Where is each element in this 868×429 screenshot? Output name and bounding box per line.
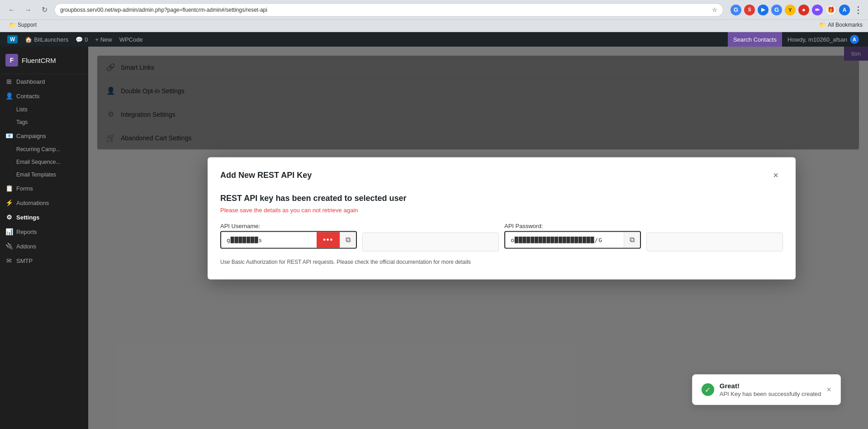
modal-close-button[interactable]: × <box>768 168 783 182</box>
sidebar-item-smtp[interactable]: ✉ SMTP <box>0 253 88 268</box>
settings-icon: ⚙ <box>5 214 13 221</box>
ext-blue[interactable]: ▶ <box>758 5 768 15</box>
sidebar-item-recurring-camp[interactable]: Recurring Camp... <box>0 143 88 156</box>
new-label: + New <box>95 36 112 43</box>
addons-icon: 🔌 <box>5 243 13 250</box>
ext-yellow[interactable]: Y <box>785 5 796 15</box>
contacts-label: Contacts <box>16 93 39 100</box>
ext-g2[interactable]: G <box>771 5 782 15</box>
modal-success-title: REST API key has been created to selecte… <box>220 193 783 203</box>
comment-icon: 💬 <box>76 36 83 43</box>
sidebar-item-campaigns[interactable]: 📧 Campaigns <box>0 129 88 143</box>
wp-bar-right: Search Contacts Howdy, m10260_afsan A <box>728 32 864 47</box>
modal-warning-text: Please save the details as you can not r… <box>220 206 783 213</box>
api-password-copy-button[interactable]: ⧉ <box>624 232 640 248</box>
back-button[interactable]: ← <box>5 4 18 16</box>
wp-logo-button[interactable]: W <box>4 32 21 47</box>
comments-count: 0 <box>85 36 88 43</box>
api-password-label: API Password: <box>504 222 641 229</box>
settings-label: Settings <box>16 214 39 221</box>
browser-menu[interactable]: ⋮ <box>854 5 863 15</box>
extensions-area: G S ▶ G Y ● ✏ 🎁 A ⋮ <box>730 5 863 15</box>
api-username-group: API Username: ••• ⧉ <box>220 222 357 248</box>
sidebar-item-lists[interactable]: Lists <box>0 103 88 116</box>
site-name-label: BitLaunchers <box>34 36 68 43</box>
bookmark-label: Support <box>18 22 37 28</box>
ext-purple[interactable]: ✏ <box>812 5 823 15</box>
all-bookmarks-folder-icon: 📁 <box>819 22 826 28</box>
forward-button[interactable]: → <box>22 4 34 16</box>
sidebar: F FluentCRM ⊞ Dashboard 👤 Contacts Lists… <box>0 47 88 429</box>
ext-s[interactable]: S <box>744 5 755 15</box>
forms-label: Forms <box>16 185 33 192</box>
email-sequences-label: Email Sequence... <box>16 159 60 165</box>
reports-label: Reports <box>16 229 37 235</box>
all-bookmarks[interactable]: 📁 All Bookmarks <box>819 22 863 28</box>
email-templates-label: Email Templates <box>16 172 56 178</box>
ext-red[interactable]: ● <box>798 5 809 15</box>
dashboard-label: Dashboard <box>16 78 45 85</box>
contacts-icon: 👤 <box>5 92 13 100</box>
add-api-key-modal: Add New REST API Key × REST API key has … <box>208 157 796 279</box>
campaigns-label: Campaigns <box>16 133 46 139</box>
lists-label: Lists <box>16 106 28 113</box>
wp-howdy[interactable]: Howdy, m10260_afsan A <box>782 32 864 47</box>
user-avatar: A <box>850 35 859 44</box>
sidebar-item-email-sequences[interactable]: Email Sequence... <box>0 156 88 168</box>
bookmark-support[interactable]: 📁 Support <box>5 21 40 29</box>
sidebar-item-forms[interactable]: 📋 Forms <box>0 181 88 195</box>
api-username-wrapper: ••• ⧉ <box>220 231 357 248</box>
main-content: tion 🔗 Smart Links 👤 Double Opt-in Setti… <box>88 47 868 429</box>
sidebar-item-reports[interactable]: 📊 Reports <box>0 224 88 239</box>
main-layout: F FluentCRM ⊞ Dashboard 👤 Contacts Lists… <box>0 47 868 429</box>
sidebar-item-dashboard[interactable]: ⊞ Dashboard <box>0 74 88 89</box>
api-password-group: API Password: ⧉ <box>504 222 641 248</box>
howdy-label: Howdy, m10260_afsan <box>787 36 847 43</box>
wp-comments[interactable]: 💬 0 <box>72 32 91 47</box>
brand-name: FluentCRM <box>22 57 56 64</box>
modal-title: Add New REST API Key <box>220 171 312 180</box>
api-username-extra-input <box>362 222 499 251</box>
folder-icon: 📁 <box>9 22 16 28</box>
sidebar-item-email-templates[interactable]: Email Templates <box>0 168 88 181</box>
modal-header: Add New REST API Key × <box>220 168 783 182</box>
sidebar-item-automations[interactable]: ⚡ Automations <box>0 195 88 210</box>
api-password-input[interactable] <box>505 232 624 248</box>
toast-notification: ✓ Great! API Key has been successfully c… <box>692 374 841 405</box>
api-note: Use Basic Authorization for REST API req… <box>220 258 783 265</box>
ext-grammarly[interactable]: G <box>730 5 741 15</box>
search-contacts-button[interactable]: Search Contacts <box>728 32 782 47</box>
browser-avatar[interactable]: A <box>839 5 850 15</box>
toast-close-button[interactable]: × <box>826 385 831 395</box>
url-text: groupboss.serv00.net/wp-admin/admin.php?… <box>60 7 712 13</box>
smtp-label: SMTP <box>16 257 33 264</box>
sidebar-item-tags[interactable]: Tags <box>0 116 88 129</box>
url-bar[interactable]: groupboss.serv00.net/wp-admin/admin.php?… <box>54 3 723 17</box>
toast-message: API Key has been successfully created <box>720 391 821 397</box>
bookmarks-bar: 📁 Support 📁 All Bookmarks <box>0 20 868 32</box>
sidebar-item-contacts[interactable]: 👤 Contacts <box>0 89 88 103</box>
api-username-reveal-button[interactable]: ••• <box>317 232 340 248</box>
sidebar-item-settings[interactable]: ⚙ Settings <box>0 210 88 224</box>
sidebar-item-addons[interactable]: 🔌 Addons <box>0 239 88 253</box>
wp-wpcode[interactable]: WPCode <box>116 32 147 47</box>
wp-new[interactable]: + New <box>91 32 115 47</box>
api-username-input[interactable] <box>221 232 317 248</box>
toast-title: Great! <box>720 382 821 390</box>
reload-button[interactable]: ↻ <box>38 4 51 16</box>
dashboard-icon: ⊞ <box>5 78 13 85</box>
toast-success-icon: ✓ <box>702 383 714 396</box>
smtp-icon: ✉ <box>5 257 13 264</box>
api-username-label: API Username: <box>220 222 357 229</box>
api-username-copy-button[interactable]: ⧉ <box>340 232 356 248</box>
api-password-extra-input <box>646 222 783 251</box>
automations-icon: ⚡ <box>5 199 13 206</box>
wp-site-name[interactable]: 🏠 BitLaunchers <box>21 32 72 47</box>
addons-label: Addons <box>16 243 36 250</box>
star-icon[interactable]: ☆ <box>712 6 717 13</box>
browser-chrome: ← → ↻ groupboss.serv00.net/wp-admin/admi… <box>0 0 868 20</box>
brand-icon: F <box>5 54 18 67</box>
ext-gift[interactable]: 🎁 <box>825 5 836 15</box>
campaigns-icon: 📧 <box>5 132 13 139</box>
all-bookmarks-label: All Bookmarks <box>828 22 863 28</box>
